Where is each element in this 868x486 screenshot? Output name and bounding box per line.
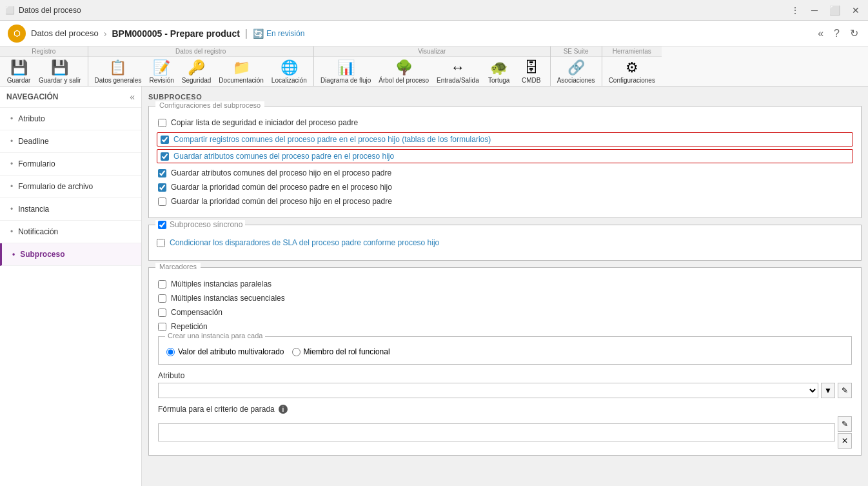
cmdb-icon: 🗄 bbox=[524, 61, 538, 75]
sidebar-item-formulario-archivo[interactable]: • Formulario de archivo bbox=[0, 176, 141, 198]
main-layout: NAVEGACIÓN « • Atributo • Deadline • For… bbox=[0, 86, 868, 486]
documentacion-button[interactable]: 📁 Documentación bbox=[215, 58, 267, 86]
configuraciones-subproceso-section: Configuraciones del subproceso Copiar li… bbox=[148, 106, 862, 218]
checkbox-guardar-prioridad-padre-input[interactable] bbox=[158, 183, 166, 192]
crear-instancia-legend: Crear una instancia para cada bbox=[165, 332, 265, 339]
radio-miembro-rol-input[interactable] bbox=[292, 348, 301, 356]
guardar-salir-label: Guardar y salir bbox=[39, 77, 81, 84]
sidebar-bullet-instancia: • bbox=[10, 205, 13, 214]
formula-label-row: Fórmula para el criterio de parada i bbox=[158, 405, 852, 414]
sidebar-label-formulario: Formulario bbox=[18, 159, 55, 168]
checkbox-compensacion-input[interactable] bbox=[158, 309, 166, 317]
sidebar-label-instancia: Instancia bbox=[18, 205, 49, 214]
checkbox-condicionar-sla-input[interactable] bbox=[157, 239, 165, 247]
documentacion-label: Documentación bbox=[219, 77, 263, 84]
breadcrumb-separator: › bbox=[104, 28, 107, 39]
sidebar-item-atributo[interactable]: • Atributo bbox=[0, 108, 141, 130]
localizacion-button[interactable]: 🌐 Localización bbox=[268, 58, 311, 86]
formula-input[interactable] bbox=[158, 423, 835, 441]
atributo-field-row: ▼ ✎ bbox=[158, 383, 852, 398]
diagrama-flujo-icon: 📊 bbox=[337, 61, 355, 75]
arbol-proceso-button[interactable]: 🌳 Árbol del proceso bbox=[375, 58, 433, 86]
guardar-salir-button[interactable]: 💾 Guardar y salir bbox=[35, 58, 85, 86]
app-icon: ⬡ bbox=[8, 25, 26, 43]
checkbox-guardar-atributos-hijo-input[interactable] bbox=[158, 169, 166, 177]
marcadores-legend: Marcadores bbox=[155, 263, 201, 270]
checkbox-multiples-paralelas-label: Múltiples instancias paralelas bbox=[171, 279, 271, 289]
arbol-proceso-icon: 🌳 bbox=[395, 61, 413, 75]
sidebar-item-deadline[interactable]: • Deadline bbox=[0, 130, 141, 153]
formula-info-icon: i bbox=[279, 405, 288, 414]
maximize-button[interactable]: ⬜ bbox=[826, 4, 843, 17]
sidebar-item-instancia[interactable]: • Instancia bbox=[0, 198, 141, 221]
seguridad-button[interactable]: 🔑 Seguridad bbox=[178, 58, 215, 86]
cmdb-button[interactable]: 🗄 CMDB bbox=[515, 58, 547, 86]
radio-valor-atributo-input[interactable] bbox=[166, 348, 175, 356]
atributo-edit-button[interactable]: ✎ bbox=[838, 383, 852, 398]
checkbox-multiples-paralelas-input[interactable] bbox=[158, 280, 166, 289]
checkbox-guardar-atributos-padre-input[interactable] bbox=[161, 152, 169, 161]
sidebar-bullet-formulario-archivo: • bbox=[10, 182, 13, 191]
checkbox-multiples-paralelas: Múltiples instancias paralelas bbox=[158, 279, 852, 289]
breadcrumb-bar: ⬡ Datos del proceso › BPM000005 - Prepar… bbox=[0, 21, 868, 46]
formula-actions: ✎ ✕ bbox=[838, 416, 852, 449]
datos-generales-button[interactable]: 📋 Datos generales bbox=[91, 58, 146, 86]
collapse-breadcrumb-button[interactable]: « bbox=[816, 26, 825, 41]
formula-edit-button[interactable]: ✎ bbox=[838, 416, 852, 432]
datos-generales-icon: 📋 bbox=[109, 61, 126, 75]
status-text: En revisión bbox=[266, 29, 304, 38]
configuraciones-button[interactable]: ⚙ Configuraciones bbox=[605, 58, 659, 86]
asociaciones-button[interactable]: 🔗 Asociaciones bbox=[553, 58, 599, 86]
checkbox-copiar-seguridad-label: Copiar lista de seguridad e iniciador de… bbox=[171, 118, 358, 127]
tortuga-button[interactable]: 🐢 Tortuga bbox=[483, 58, 515, 86]
formula-input-row: ✎ ✕ bbox=[158, 416, 852, 449]
entrada-salida-button[interactable]: ↔ Entrada/Salida bbox=[433, 58, 483, 86]
checkbox-copiar-seguridad-input[interactable] bbox=[158, 119, 166, 127]
menu-dots-button[interactable]: ⋮ bbox=[787, 4, 803, 17]
toolbar: Registro 💾 Guardar 💾 Guardar y salir Dat… bbox=[0, 46, 868, 86]
close-button[interactable]: ✕ bbox=[849, 4, 863, 17]
sidebar-collapse-button[interactable]: « bbox=[130, 92, 135, 102]
checkbox-compartir-registros: Compartir registros comunes del proceso … bbox=[157, 132, 853, 147]
checkbox-compensacion-label: Compensación bbox=[171, 308, 222, 317]
toolbar-category-datos: Datos del registro 📋 Datos generales 📝 R… bbox=[88, 46, 314, 86]
checkbox-guardar-prioridad-hijo-input[interactable] bbox=[158, 197, 166, 206]
categoria-herramientas-label: Herramientas bbox=[602, 46, 662, 57]
atributo-select[interactable] bbox=[158, 383, 818, 398]
sidebar-item-subproceso[interactable]: • Subproceso bbox=[0, 243, 141, 266]
subproceso-syncrono-label: Subproceso síncrono bbox=[170, 220, 242, 229]
breadcrumb-divider: | bbox=[245, 28, 248, 39]
configuraciones-legend: Configuraciones del subproceso bbox=[155, 101, 264, 109]
title-bar: ⬜ Datos del proceso ⋮ ─ ⬜ ✕ bbox=[0, 0, 868, 21]
formula-clear-button[interactable]: ✕ bbox=[838, 433, 852, 449]
checkbox-guardar-prioridad-padre-label: Guardar la prioridad común del proceso p… bbox=[171, 183, 392, 192]
toolbar-category-sesuite: SE Suite 🔗 Asociaciones bbox=[551, 46, 602, 86]
checkbox-repeticion-input[interactable] bbox=[158, 323, 166, 331]
checkbox-multiples-secuenciales-input[interactable] bbox=[158, 294, 166, 303]
revision-button[interactable]: 📝 Revisión bbox=[145, 58, 177, 86]
sidebar-bullet-notificacion: • bbox=[10, 227, 13, 236]
subproceso-syncrono-checkbox[interactable] bbox=[158, 221, 166, 229]
checkbox-guardar-prioridad-hijo-label: Guardar la prioridad común del proceso h… bbox=[171, 197, 392, 206]
checkbox-guardar-atributos-padre: Guardar atributos comunes del proceso pa… bbox=[157, 149, 853, 163]
sidebar-item-notificacion[interactable]: • Notificación bbox=[0, 221, 141, 243]
checkbox-copiar-seguridad: Copiar lista de seguridad e iniciador de… bbox=[158, 118, 852, 127]
categoria-sesuite-label: SE Suite bbox=[551, 46, 602, 57]
atributo-dropdown-button[interactable]: ▼ bbox=[821, 383, 835, 398]
help-button[interactable]: ? bbox=[832, 26, 842, 41]
guardar-label: Guardar bbox=[7, 77, 31, 84]
datos-generales-label: Datos generales bbox=[95, 77, 142, 84]
checkbox-compartir-registros-label: Compartir registros comunes del proceso … bbox=[173, 135, 491, 144]
minimize-button[interactable]: ─ bbox=[808, 4, 821, 17]
sidebar-bullet-deadline: • bbox=[10, 137, 13, 146]
title-bar-icon: ⬜ bbox=[5, 6, 15, 15]
tortuga-icon: 🐢 bbox=[490, 61, 508, 75]
sidebar-bullet-subproceso: • bbox=[12, 250, 15, 259]
revision-label: Revisión bbox=[149, 77, 173, 84]
refresh-button[interactable]: ↻ bbox=[848, 25, 860, 41]
marcadores-section: Marcadores Múltiples instancias paralela… bbox=[148, 267, 862, 456]
sidebar-item-formulario[interactable]: • Formulario bbox=[0, 153, 141, 176]
diagrama-flujo-button[interactable]: 📊 Diagrama de flujo bbox=[317, 58, 375, 86]
checkbox-compartir-registros-input[interactable] bbox=[161, 136, 169, 144]
guardar-button[interactable]: 💾 Guardar bbox=[3, 58, 35, 86]
